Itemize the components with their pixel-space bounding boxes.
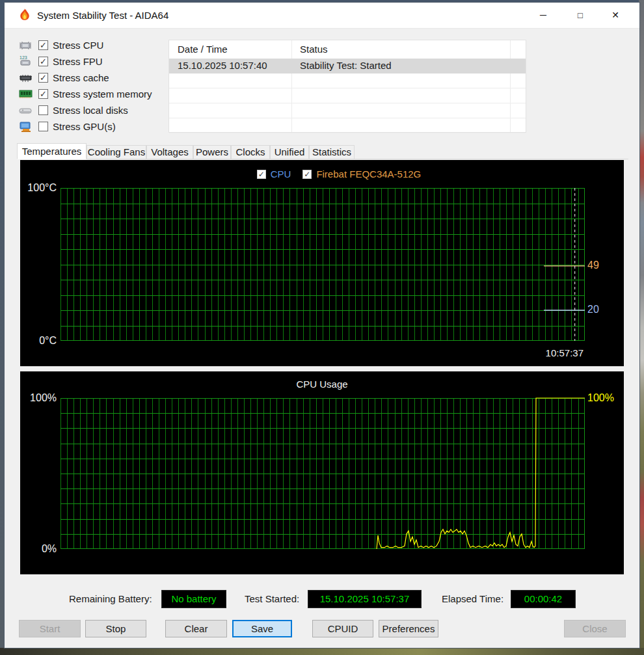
- stress-option-label: Stress local disks: [53, 105, 128, 116]
- tab-unified[interactable]: Unified: [270, 145, 309, 159]
- empty-table-row: [169, 74, 526, 88]
- cpuid-button[interactable]: CPUID: [312, 620, 373, 637]
- svg-text:123: 123: [20, 55, 27, 60]
- stop-button[interactable]: Stop: [85, 620, 146, 637]
- empty-table-row: [169, 88, 526, 103]
- save-button[interactable]: Save: [232, 620, 292, 637]
- log-datetime-cell: 15.10.2025 10:57:40: [178, 60, 267, 71]
- desktop-background: System Stability Test - AIDA64 ─ □ ✕ Str…: [0, 0, 644, 655]
- tab-statistics[interactable]: Statistics: [309, 145, 355, 159]
- stress-option-fpu: 123 Stress FPU: [18, 54, 103, 68]
- temperature-series-lines: [60, 188, 585, 341]
- desktop-wallpaper-bottom-strip: [0, 648, 644, 655]
- current-time-label: 10:57:37: [515, 347, 584, 358]
- titlebar: System Stability Test - AIDA64 ─ □ ✕: [5, 3, 639, 29]
- stress-cache-checkbox[interactable]: [38, 73, 48, 83]
- preferences-button[interactable]: Preferences: [379, 620, 438, 637]
- tab-powers[interactable]: Powers: [193, 145, 231, 159]
- tab-temperatures[interactable]: Temperatures: [17, 143, 87, 159]
- fpu-chip-icon: 123: [18, 55, 33, 68]
- legend-item-firebat: Firebat FEQC34A-512G: [302, 168, 421, 180]
- test-started-label: Test Started:: [245, 593, 299, 604]
- tab-clocks[interactable]: Clocks: [231, 145, 270, 159]
- stress-option-label: Stress system memory: [53, 88, 152, 100]
- temp-axis-max-label: 100°C: [23, 182, 57, 194]
- stress-option-memory: Stress system memory: [18, 87, 152, 101]
- stress-option-disks: Stress local disks: [18, 103, 128, 117]
- usage-axis-max-label: 100%: [23, 392, 57, 404]
- usage-series-line: [60, 398, 585, 549]
- cache-chip-icon: [18, 71, 33, 84]
- table-header: Date / Time Status: [169, 40, 526, 59]
- usage-chart-title: CPU Usage: [20, 379, 624, 390]
- cpu-temp-value: 20: [587, 304, 599, 315]
- legend-label-firebat: Firebat FEQC34A-512G: [316, 168, 421, 180]
- battery-status-value: No battery: [161, 590, 226, 608]
- usage-current-value: 100%: [587, 392, 614, 404]
- empty-table-row: [169, 118, 526, 133]
- tab-voltages[interactable]: Voltages: [146, 145, 193, 159]
- maximize-icon[interactable]: □: [565, 3, 596, 28]
- clear-button[interactable]: Clear: [165, 620, 227, 637]
- column-header-status: Status: [300, 44, 328, 55]
- legend-firebat-checkbox[interactable]: [302, 170, 312, 179]
- stress-option-label: Stress FPU: [53, 56, 103, 67]
- tab-cooling-fans[interactable]: Cooling Fans: [87, 145, 146, 159]
- chart-legend: CPU Firebat FEQC34A-512G: [20, 168, 624, 180]
- log-status-cell: Stability Test: Started: [300, 60, 392, 71]
- table-row[interactable]: 15.10.2025 10:57:40 Stability Test: Star…: [169, 59, 526, 74]
- stress-disks-checkbox[interactable]: [38, 105, 48, 115]
- stress-option-label: Stress GPU(s): [53, 121, 116, 132]
- legend-item-cpu: CPU: [257, 168, 291, 180]
- stress-option-cache: Stress cache: [18, 70, 109, 85]
- temperature-chart-panel: CPU Firebat FEQC34A-512G 100°C 0°C 49 20…: [20, 160, 624, 366]
- window-title: System Stability Test - AIDA64: [37, 10, 168, 21]
- stress-gpu-checkbox[interactable]: [38, 122, 48, 131]
- cpu-chip-icon: [18, 38, 33, 51]
- test-started-value: 15.10.2025 10:57:37: [308, 590, 422, 608]
- firebat-temp-value: 49: [587, 260, 599, 271]
- start-button: Start: [19, 620, 81, 637]
- elapsed-time-label: Elapsed Time:: [442, 593, 503, 604]
- aida64-flame-icon: [18, 8, 32, 22]
- stress-option-label: Stress CPU: [53, 40, 103, 51]
- stress-option-label: Stress cache: [53, 72, 109, 83]
- gpu-card-icon: [18, 120, 33, 133]
- temp-axis-min-label: 0°C: [23, 335, 57, 347]
- usage-axis-min-label: 0%: [23, 543, 57, 555]
- stress-option-gpu: Stress GPU(s): [18, 119, 116, 133]
- legend-cpu-checkbox[interactable]: [257, 170, 266, 179]
- memory-module-icon: [18, 87, 33, 100]
- battery-status-label: Remaining Battery:: [69, 593, 152, 604]
- empty-table-row: [169, 103, 526, 118]
- close-button: Close: [564, 620, 626, 637]
- stress-cpu-checkbox[interactable]: [38, 40, 48, 50]
- column-header-datetime: Date / Time: [178, 44, 228, 55]
- close-icon[interactable]: ✕: [600, 3, 631, 28]
- elapsed-time-value: 00:00:42: [511, 590, 576, 608]
- stress-fpu-checkbox[interactable]: [38, 57, 48, 66]
- hard-disk-icon: [18, 103, 33, 116]
- minimize-icon[interactable]: ─: [528, 3, 559, 28]
- legend-label-cpu: CPU: [271, 168, 291, 180]
- stability-test-window: System Stability Test - AIDA64 ─ □ ✕ Str…: [4, 2, 640, 648]
- event-log-table: Date / Time Status 15.10.2025 10:57:40 S…: [168, 40, 526, 133]
- stress-option-cpu: Stress CPU: [18, 38, 103, 52]
- cpu-usage-chart-panel: CPU Usage 100% 0% 100%: [20, 371, 624, 574]
- stress-memory-checkbox[interactable]: [38, 89, 48, 99]
